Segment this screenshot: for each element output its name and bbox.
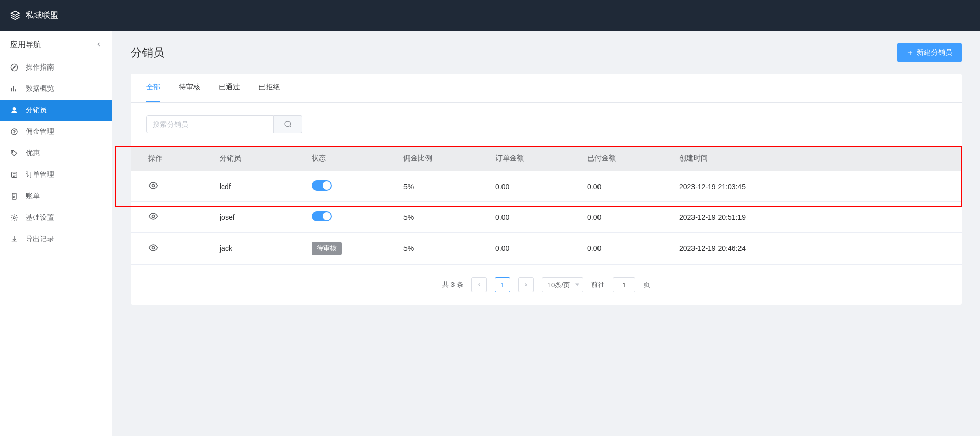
cell-order-amount: 0.00 xyxy=(488,202,580,233)
cell-paid-amount: 0.00 xyxy=(580,233,672,265)
search-bar xyxy=(131,103,962,146)
eye-icon xyxy=(148,243,158,253)
chevron-right-icon xyxy=(523,282,529,287)
tab-待审核[interactable]: 待审核 xyxy=(179,74,200,102)
chevron-left-icon xyxy=(476,282,482,287)
eye-icon xyxy=(148,211,158,221)
cell-order-amount: 0.00 xyxy=(488,233,580,265)
table-row: jack待审核5%0.000.002023-12-19 20:46:24 xyxy=(131,233,962,265)
cube-icon xyxy=(10,10,20,20)
svg-point-11 xyxy=(152,246,155,249)
app-header: 私域联盟 xyxy=(0,0,980,31)
page-head: 分销员 新建分销员 xyxy=(131,43,962,62)
tab-全部[interactable]: 全部 xyxy=(146,74,160,102)
total-text: 共 3 条 xyxy=(442,280,463,289)
svg-point-8 xyxy=(285,121,291,127)
create-distributor-button[interactable]: 新建分销员 xyxy=(897,43,962,62)
status-switch[interactable] xyxy=(312,180,332,191)
cell-paid-amount: 0.00 xyxy=(580,202,672,233)
page-title: 分销员 xyxy=(131,45,164,60)
column-header: 订单金额 xyxy=(488,146,580,171)
view-button[interactable] xyxy=(148,180,158,191)
svg-point-9 xyxy=(152,185,155,187)
tag-icon xyxy=(10,149,18,157)
cell-order-amount: 0.00 xyxy=(488,171,580,202)
coin-icon xyxy=(10,128,18,136)
sidebar-item-download[interactable]: 导出记录 xyxy=(0,228,112,250)
goto-input[interactable] xyxy=(613,277,635,292)
svg-point-10 xyxy=(152,215,155,218)
app-title: 私域联盟 xyxy=(26,10,58,21)
sidebar-item-doc[interactable]: 账单 xyxy=(0,186,112,207)
view-button[interactable] xyxy=(148,243,158,253)
goto-prefix: 前往 xyxy=(591,280,605,289)
cell-rate: 5% xyxy=(396,233,488,265)
status-badge: 待审核 xyxy=(312,242,342,255)
tab-已拒绝[interactable]: 已拒绝 xyxy=(258,74,280,102)
sidebar-item-label: 导出记录 xyxy=(26,235,54,244)
sidebar-item-label: 佣金管理 xyxy=(26,127,54,136)
pagination: 共 3 条 1 10条/页 前往 页 xyxy=(131,265,962,305)
collapse-icon[interactable] xyxy=(95,40,102,49)
page-size-select[interactable]: 10条/页 xyxy=(542,277,583,292)
cell-name: lcdf xyxy=(212,171,304,202)
search-icon xyxy=(284,120,292,128)
sidebar-item-chart[interactable]: 数据概览 xyxy=(0,78,112,100)
cell-rate: 5% xyxy=(396,171,488,202)
sidebar-item-label: 基础设置 xyxy=(26,213,54,222)
column-header: 创建时间 xyxy=(672,146,962,171)
plus-icon xyxy=(906,49,914,56)
tab-已通过[interactable]: 已通过 xyxy=(219,74,240,102)
sidebar: 应用导航 操作指南数据概览分销员佣金管理优惠订单管理账单基础设置导出记录 xyxy=(0,31,112,436)
status-switch[interactable] xyxy=(312,211,332,221)
sidebar-item-user[interactable]: 分销员 xyxy=(0,100,112,121)
create-btn-label: 新建分销员 xyxy=(917,48,952,57)
column-header: 状态 xyxy=(304,146,396,171)
column-header: 佣金比例 xyxy=(396,146,488,171)
sidebar-item-list[interactable]: 订单管理 xyxy=(0,164,112,186)
cell-created: 2023-12-19 20:51:19 xyxy=(672,202,962,233)
cell-name: josef xyxy=(212,202,304,233)
goto-suffix: 页 xyxy=(643,280,650,289)
table-row: josef5%0.000.002023-12-19 20:51:19 xyxy=(131,202,962,233)
list-icon xyxy=(10,171,18,179)
column-header: 操作 xyxy=(131,146,212,171)
column-header: 已付金额 xyxy=(580,146,672,171)
svg-point-2 xyxy=(13,108,15,110)
tabs: 全部待审核已通过已拒绝 xyxy=(131,74,962,103)
card: 全部待审核已通过已拒绝 操作分销员状态佣金比例订单金额已付金额创建时间 lcdf… xyxy=(131,74,962,305)
svg-marker-1 xyxy=(13,66,15,68)
table-wrap: 操作分销员状态佣金比例订单金额已付金额创建时间 lcdf5%0.000.0020… xyxy=(131,146,962,265)
gear-icon xyxy=(10,214,18,222)
main-content: 分销员 新建分销员 全部待审核已通过已拒绝 操作分销员状态佣金比例订单金额已付金… xyxy=(112,31,980,436)
sidebar-item-label: 订单管理 xyxy=(26,170,54,179)
download-icon xyxy=(10,235,18,243)
search-input[interactable] xyxy=(146,115,274,133)
svg-point-7 xyxy=(13,217,15,219)
sidebar-item-tag[interactable]: 优惠 xyxy=(0,143,112,164)
sidebar-item-label: 优惠 xyxy=(26,149,40,158)
chart-icon xyxy=(10,85,18,93)
sidebar-header: 应用导航 xyxy=(0,31,112,57)
next-page-button[interactable] xyxy=(518,277,534,292)
doc-icon xyxy=(10,192,18,200)
sidebar-title: 应用导航 xyxy=(10,40,41,50)
sidebar-item-compass[interactable]: 操作指南 xyxy=(0,57,112,78)
sidebar-nav: 操作指南数据概览分销员佣金管理优惠订单管理账单基础设置导出记录 xyxy=(0,57,112,250)
cell-name: jack xyxy=(212,233,304,265)
prev-page-button[interactable] xyxy=(471,277,487,292)
search-button[interactable] xyxy=(274,115,302,133)
page-1-button[interactable]: 1 xyxy=(495,277,510,292)
eye-icon xyxy=(148,180,158,191)
compass-icon xyxy=(10,63,18,72)
sidebar-item-gear[interactable]: 基础设置 xyxy=(0,207,112,228)
cell-rate: 5% xyxy=(396,202,488,233)
svg-point-4 xyxy=(12,151,13,152)
sidebar-item-label: 操作指南 xyxy=(26,63,54,72)
distributor-table: 操作分销员状态佣金比例订单金额已付金额创建时间 lcdf5%0.000.0020… xyxy=(131,146,962,265)
cell-created: 2023-12-19 20:46:24 xyxy=(672,233,962,265)
view-button[interactable] xyxy=(148,211,158,221)
sidebar-item-coin[interactable]: 佣金管理 xyxy=(0,121,112,143)
cell-paid-amount: 0.00 xyxy=(580,171,672,202)
sidebar-item-label: 数据概览 xyxy=(26,84,54,94)
